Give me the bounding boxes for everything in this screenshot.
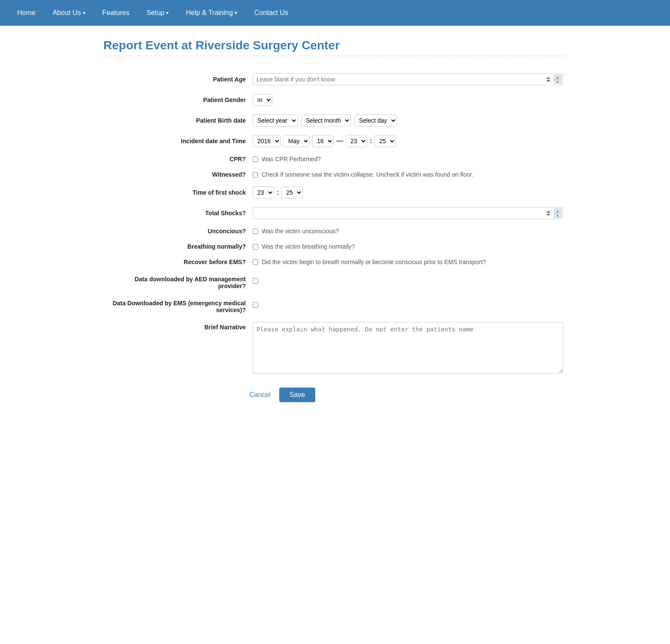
nav-contact[interactable]: Contact Us xyxy=(246,1,297,24)
witnessed-checkbox-row: Check if someone saw the victim collapse… xyxy=(253,171,563,178)
incident-datetime-row: Incident date and Time 2016 May 16 — xyxy=(103,131,567,151)
breathing-row: Breathing normally? Was the victim breat… xyxy=(103,239,567,254)
cpr-checkbox[interactable] xyxy=(253,156,258,162)
page-title: Report Event at Riverside Surgery Center xyxy=(103,39,567,56)
first-shock-time: 23 : 25 xyxy=(253,187,563,199)
recover-ems-checkbox-label: Did the victim begin to breath normally … xyxy=(262,259,486,265)
nav-home[interactable]: Home xyxy=(9,1,44,24)
birthdate-month-select[interactable]: Select month xyxy=(301,114,351,126)
report-form: Patient Age ▲ ▼ Patient Gender xyxy=(103,69,567,379)
save-button[interactable]: Save xyxy=(279,388,315,402)
form-buttons: Cancel Save xyxy=(103,379,567,411)
first-shock-minute-select[interactable]: 25 xyxy=(281,187,303,199)
birthdate-day-select[interactable]: Select day xyxy=(354,114,397,126)
datetime-dash: — xyxy=(336,137,343,145)
nav-features[interactable]: Features xyxy=(94,1,138,24)
patient-age-row: Patient Age ▲ ▼ xyxy=(103,69,567,90)
total-shocks-wrapper: ▲ ▼ xyxy=(253,207,563,219)
witnessed-checkbox-label: Check if someone saw the victim collapse… xyxy=(262,171,473,178)
ems-label: Data Downloaded by EMS (emergency medica… xyxy=(103,294,249,318)
birthdate-selects: Select year Select month Select day xyxy=(253,114,563,126)
shocks-spinner-down[interactable]: ▼ xyxy=(554,214,561,218)
narrative-label: Brief Narrative xyxy=(103,318,249,379)
patient-gender-select[interactable]: m f xyxy=(253,94,272,106)
breathing-checkbox[interactable] xyxy=(253,244,258,250)
incident-month-select[interactable]: May xyxy=(284,135,310,147)
incident-hour-select[interactable]: 23 xyxy=(346,135,367,147)
total-shocks-row: Total Shocks? ▲ ▼ xyxy=(103,203,567,223)
unconscious-checkbox-row: Was the victim unconscious? xyxy=(253,228,563,235)
witnessed-label: Witnessed? xyxy=(103,167,249,182)
patient-gender-label: Patient Gender xyxy=(103,90,249,110)
incident-minute-select[interactable]: 25 xyxy=(374,135,396,147)
recover-ems-label: Recover before EMS? xyxy=(103,254,249,270)
ems-row: Data Downloaded by EMS (emergency medica… xyxy=(103,294,567,318)
patient-gender-row: Patient Gender m f xyxy=(103,90,567,110)
recover-ems-row: Recover before EMS? Did the victim begin… xyxy=(103,254,567,270)
nav-help[interactable]: Help & Training xyxy=(177,1,245,24)
shocks-spinner[interactable]: ▲ ▼ xyxy=(554,209,561,218)
recover-ems-checkbox[interactable] xyxy=(253,259,258,265)
incident-datetime-inputs: 2016 May 16 — 23 : xyxy=(253,135,563,147)
witnessed-row: Witnessed? Check if someone saw the vict… xyxy=(103,167,567,182)
navigation: Home About Us Features Setup Help & Trai… xyxy=(0,0,670,26)
incident-datetime-label: Incident date and Time xyxy=(103,131,249,151)
age-spinner-up[interactable]: ▲ xyxy=(554,75,561,79)
narrative-row: Brief Narrative xyxy=(103,318,567,379)
patient-birthdate-label: Patient Birth date xyxy=(103,110,249,131)
patient-age-wrapper: ▲ ▼ xyxy=(253,73,563,85)
unconscious-checkbox[interactable] xyxy=(253,229,258,234)
cpr-row: CPR? Was CPR Performed? xyxy=(103,151,567,167)
total-shocks-label: Total Shocks? xyxy=(103,203,249,223)
narrative-textarea[interactable] xyxy=(253,322,563,373)
recover-ems-checkbox-row: Did the victim begin to breath normally … xyxy=(253,259,563,265)
datetime-colon: : xyxy=(370,137,372,145)
witnessed-checkbox[interactable] xyxy=(253,172,258,178)
aed-label: Data downloaded by AED management provid… xyxy=(103,270,249,294)
aed-checkbox[interactable] xyxy=(253,278,258,284)
breathing-checkbox-label: Was the victim breathing normally? xyxy=(262,243,355,250)
aed-row: Data downloaded by AED management provid… xyxy=(103,270,567,294)
nav-setup[interactable]: Setup xyxy=(138,1,178,24)
total-shocks-input[interactable] xyxy=(253,207,563,219)
nav-about[interactable]: About Us xyxy=(44,1,94,24)
patient-age-input[interactable] xyxy=(253,73,563,85)
age-spinner[interactable]: ▲ ▼ xyxy=(554,75,561,84)
first-shock-row: Time of first shock 23 : 25 xyxy=(103,182,567,203)
cpr-label: CPR? xyxy=(103,151,249,167)
age-spinner-down[interactable]: ▼ xyxy=(554,80,561,84)
incident-year-select[interactable]: 2016 xyxy=(253,135,281,147)
cpr-checkbox-label: Was CPR Performed? xyxy=(262,156,321,163)
incident-day-select[interactable]: 16 xyxy=(312,135,334,147)
breathing-label: Breathing normally? xyxy=(103,239,249,254)
birthdate-year-select[interactable]: Select year xyxy=(253,114,298,126)
patient-age-label: Patient Age xyxy=(103,69,249,90)
cpr-checkbox-row: Was CPR Performed? xyxy=(253,156,563,163)
shocks-spinner-up[interactable]: ▲ xyxy=(554,209,561,213)
breathing-checkbox-row: Was the victim breathing normally? xyxy=(253,243,563,250)
unconscious-checkbox-label: Was the victim unconscious? xyxy=(262,228,339,235)
shock-time-colon: : xyxy=(277,189,279,196)
first-shock-hour-select[interactable]: 23 xyxy=(253,187,274,199)
patient-birthdate-row: Patient Birth date Select year Select mo… xyxy=(103,110,567,131)
unconscious-row: Unconcious? Was the victim unconscious? xyxy=(103,223,567,239)
cancel-button[interactable]: Cancel xyxy=(249,391,271,399)
ems-checkbox[interactable] xyxy=(253,302,258,308)
first-shock-label: Time of first shock xyxy=(103,182,249,203)
unconscious-label: Unconcious? xyxy=(103,223,249,239)
